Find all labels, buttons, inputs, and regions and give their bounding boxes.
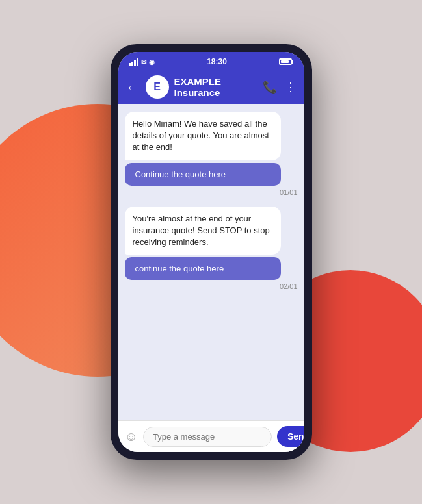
message-timestamp-2: 02/01 — [142, 283, 298, 290]
emoji-icon[interactable]: ☺ — [125, 429, 138, 444]
continue-quote-button-1[interactable]: Continue the quote here — [125, 163, 281, 186]
status-right — [279, 58, 293, 65]
message-group-2: You're almost at the end of your insuran… — [125, 207, 298, 291]
chat-area: Hello Miriam! We have saved all the deta… — [118, 104, 304, 420]
signal-icon — [129, 58, 138, 66]
send-button[interactable]: Send — [277, 426, 304, 447]
message-group-1: Hello Miriam! We have saved all the deta… — [125, 112, 298, 196]
nav-bar: ← E EXAMPLE Insurance 📞 ⋮ — [118, 70, 304, 104]
nav-icons: 📞 ⋮ — [263, 80, 297, 94]
back-button[interactable]: ← — [126, 80, 139, 95]
avatar: E — [146, 75, 169, 99]
more-icon[interactable]: ⋮ — [285, 80, 297, 94]
status-bar: ✉ ◉ 18:30 — [118, 52, 304, 70]
phone-inner: ✉ ◉ 18:30 ← E EXAMPLE Insurance 📞 ⋮ — [118, 52, 304, 452]
nav-title: EXAMPLE Insurance — [174, 76, 257, 98]
message-bubble-2: You're almost at the end of your insuran… — [125, 207, 281, 255]
battery-icon — [279, 58, 293, 65]
status-left: ✉ ◉ — [129, 58, 155, 66]
message-bubble-1: Hello Miriam! We have saved all the deta… — [125, 112, 281, 160]
phone-frame: ✉ ◉ 18:30 ← E EXAMPLE Insurance 📞 ⋮ — [111, 44, 312, 460]
status-time: 18:30 — [207, 57, 227, 66]
message-input[interactable] — [143, 427, 272, 447]
continue-quote-button-2[interactable]: continue the quote here — [125, 257, 281, 280]
phone-icon[interactable]: 📞 — [263, 80, 277, 94]
input-area: ☺ Send — [118, 420, 304, 452]
email-icon: ✉ — [141, 58, 146, 66]
message-timestamp-1: 01/01 — [142, 188, 298, 196]
location-icon: ◉ — [149, 58, 155, 66]
